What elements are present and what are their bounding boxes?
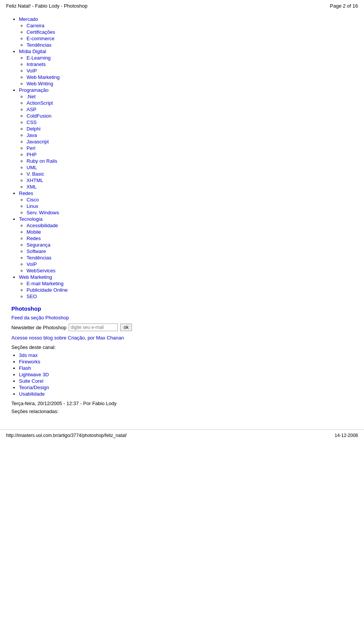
nav-link-webmarketing[interactable]: Web Marketing xyxy=(19,274,52,280)
nav-link[interactable]: Delphi xyxy=(27,126,41,132)
nav-link-programacao[interactable]: Programação xyxy=(19,87,49,93)
nav-link[interactable]: Javascript xyxy=(27,139,49,145)
page-header: Feliz Natal! - Fabio Lody - Photoshop Pa… xyxy=(0,0,364,12)
footer-url: http://imasters.uol.com.br/artigo/3774/p… xyxy=(6,433,127,438)
nav-link[interactable]: E-Learning xyxy=(27,55,51,61)
list-item: Redes xyxy=(27,236,353,241)
nav-link[interactable]: Acessibilidade xyxy=(27,223,58,228)
page-footer: http://imasters.uol.com.br/artigo/3774/p… xyxy=(0,429,364,441)
nav-link[interactable]: Certificações xyxy=(27,29,55,35)
nav-link[interactable]: CSS xyxy=(27,119,37,125)
list-item: E-commerce xyxy=(27,36,353,41)
nav-link[interactable]: Linux xyxy=(27,203,38,209)
main-content: Mercado Carreira Certificações E-commerc… xyxy=(0,12,364,422)
list-item: XHTML xyxy=(27,178,353,183)
list-item: Intranets xyxy=(27,61,353,67)
secao-link-flash[interactable]: Flash xyxy=(19,365,31,371)
nav-link[interactable]: XML xyxy=(27,184,37,190)
list-item: ColdFusion xyxy=(27,113,353,119)
nav-link[interactable]: Publicidade Online xyxy=(27,287,67,293)
list-item: ActionScript xyxy=(27,100,353,106)
secao-link-usabilidade[interactable]: Usabilidade xyxy=(19,391,45,397)
nav-link[interactable]: Carreira xyxy=(27,23,44,28)
nav-link-ruby[interactable]: Ruby on Rails xyxy=(27,158,57,164)
page-title: Feliz Natal! - Fabio Lody - Photoshop xyxy=(6,3,88,9)
list-item: CSS xyxy=(27,119,353,125)
list-item: UML xyxy=(27,165,353,170)
list-item: Linux xyxy=(27,203,353,209)
nav-link[interactable]: SEO xyxy=(27,294,37,299)
nav-link[interactable]: Web Writing xyxy=(27,81,53,86)
list-item: Segurança xyxy=(27,242,353,248)
sub-list-programacao: .Net ActionScript ASP ColdFusion CSS Del… xyxy=(27,94,353,190)
newsletter-submit-button[interactable]: ok xyxy=(120,324,132,331)
nav-link[interactable]: Redes xyxy=(27,236,41,241)
list-item: Suite Corel xyxy=(19,378,353,384)
nav-link[interactable]: Segurança xyxy=(27,242,50,248)
list-item: Cisco xyxy=(27,197,353,203)
nav-link[interactable]: Cisco xyxy=(27,197,39,203)
secao-link-teoriadesign[interactable]: Teoria/Design xyxy=(19,385,49,390)
nav-link[interactable]: PHP xyxy=(27,152,37,157)
list-item: Web Writing xyxy=(27,81,353,86)
nav-link-redes[interactable]: Redes xyxy=(19,190,33,196)
nav-link-midia[interactable]: Mídia Digital xyxy=(19,49,46,54)
list-item: Web Marketing xyxy=(27,74,353,80)
nav-link[interactable]: ActionScript xyxy=(27,100,53,106)
secoes-label: Seções deste canal: xyxy=(11,344,353,350)
nav-link[interactable]: Tendências xyxy=(27,255,52,261)
list-item: Teoria/Design xyxy=(19,385,353,390)
list-item: Delphi xyxy=(27,126,353,132)
list-item: 3ds max xyxy=(19,352,353,358)
list-item: Perl xyxy=(27,145,353,151)
list-item: Ruby on Rails xyxy=(27,158,353,164)
nav-link[interactable]: E-commerce xyxy=(27,36,55,41)
list-item: V. Basic xyxy=(27,171,353,177)
nav-link[interactable]: Software xyxy=(27,248,46,254)
sub-list-redes: Cisco Linux Serv. Windows xyxy=(27,197,353,215)
list-item: SEO xyxy=(27,294,353,299)
page-info: Page 2 of 16 xyxy=(330,3,358,9)
nav-link[interactable]: Serv. Windows xyxy=(27,210,59,215)
nav-link[interactable]: Java xyxy=(27,132,37,138)
nav-link[interactable]: VoIP xyxy=(27,261,37,267)
nav-link[interactable]: ColdFusion xyxy=(27,113,52,119)
nav-link[interactable]: UML xyxy=(27,165,37,170)
nav-item-webmarketing: Web Marketing E-mail Marketing Publicida… xyxy=(19,274,353,299)
nav-link[interactable]: VoIP xyxy=(27,68,37,74)
nav-link[interactable]: ASP xyxy=(27,107,36,112)
list-item: WebServices xyxy=(27,268,353,273)
feed-link[interactable]: Feed da seção Photoshop xyxy=(11,315,353,321)
nav-link[interactable]: Mobile xyxy=(27,229,41,235)
blog-link[interactable]: Acesse nosso blog sobre Criação, por Max… xyxy=(11,335,353,341)
nav-link[interactable]: .Net xyxy=(27,94,36,99)
newsletter-label: Newsletter de Photoshop xyxy=(11,325,66,330)
secao-link-3dsmax[interactable]: 3ds max xyxy=(19,352,38,358)
newsletter-input[interactable] xyxy=(69,324,118,331)
nav-item-midia: Mídia Digital E-Learning Intranets VoIP … xyxy=(19,49,353,86)
nav-link[interactable]: Intranets xyxy=(27,61,46,67)
secao-link-fireworks[interactable]: Fireworks xyxy=(19,359,40,365)
nav-link-tecnologia[interactable]: Tecnologia xyxy=(19,216,42,222)
nav-link-mercado[interactable]: Mercado xyxy=(19,16,38,22)
newsletter-row: Newsletter de Photoshop ok xyxy=(11,324,353,331)
secao-link-suitecorel[interactable]: Suite Corel xyxy=(19,378,43,384)
list-item: VoIP xyxy=(27,68,353,74)
nav-link[interactable]: XHTML xyxy=(27,178,43,183)
nav-link[interactable]: E-mail Marketing xyxy=(27,281,64,286)
list-item: Publicidade Online xyxy=(27,287,353,293)
nav-link[interactable]: Web Marketing xyxy=(27,74,60,80)
list-item: Java xyxy=(27,132,353,138)
sub-list-mercado: Carreira Certificações E-commerce Tendên… xyxy=(27,23,353,48)
secao-link-lightwave[interactable]: Lightwave 3D xyxy=(19,372,49,377)
nav-link[interactable]: V. Basic xyxy=(27,171,44,177)
list-item: Serv. Windows xyxy=(27,210,353,215)
nav-link[interactable]: Perl xyxy=(27,145,35,151)
list-item: Lightwave 3D xyxy=(19,372,353,377)
nav-link[interactable]: WebServices xyxy=(27,268,55,273)
nav-link[interactable]: Tendências xyxy=(27,42,52,48)
list-item: E-Learning xyxy=(27,55,353,61)
list-item: Fireworks xyxy=(19,359,353,365)
nav-list: Mercado Carreira Certificações E-commerc… xyxy=(19,16,353,299)
list-item: E-mail Marketing xyxy=(27,281,353,286)
